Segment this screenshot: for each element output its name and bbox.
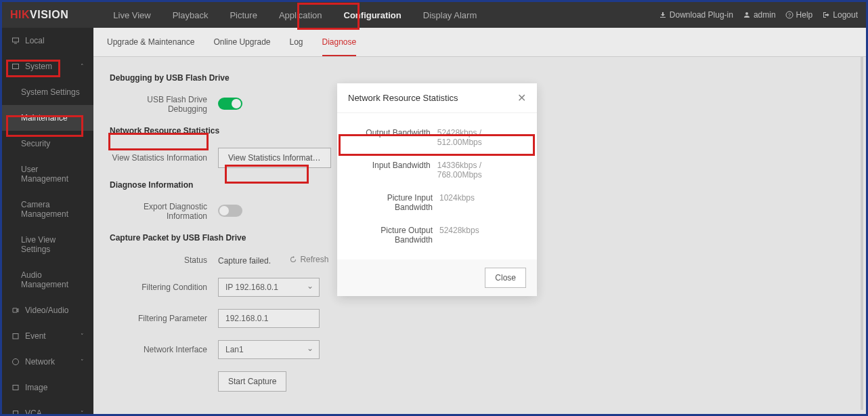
close-button[interactable]: Close — [485, 268, 526, 288]
output-bandwidth-value: 52428kbps / 512.00Mbps — [437, 128, 526, 147]
picture-input-bandwidth-value: 1024kbps — [439, 193, 475, 212]
modal-footer: Close — [337, 259, 537, 296]
input-bandwidth-value: 14336kbps / 768.00Mbps — [437, 161, 526, 180]
input-bandwidth-label: Input Bandwidth — [348, 161, 437, 180]
output-bandwidth-label: Output Bandwidth — [348, 128, 437, 147]
stat-row-input-bandwidth: Input Bandwidth 14336kbps / 768.00Mbps — [348, 154, 526, 186]
modal-title: Network Resource Statistics — [348, 93, 458, 103]
stat-row-picture-output-bandwidth: Picture Output Bandwidth 52428kbps — [348, 219, 526, 251]
stat-row-picture-input-bandwidth: Picture Input Bandwidth 1024kbps — [348, 186, 526, 219]
picture-output-bandwidth-value: 52428kbps — [439, 226, 479, 245]
modal-body: Output Bandwidth 52428kbps / 512.00Mbps … — [337, 113, 537, 259]
network-resource-statistics-modal: Network Resource Statistics ✕ Output Ban… — [337, 83, 537, 296]
close-icon[interactable]: ✕ — [517, 91, 526, 104]
picture-output-bandwidth-label: Picture Output Bandwidth — [348, 226, 439, 245]
stat-row-output-bandwidth: Output Bandwidth 52428kbps / 512.00Mbps — [348, 121, 526, 154]
picture-input-bandwidth-label: Picture Input Bandwidth — [348, 193, 439, 212]
modal-header: Network Resource Statistics ✕ — [337, 83, 537, 113]
